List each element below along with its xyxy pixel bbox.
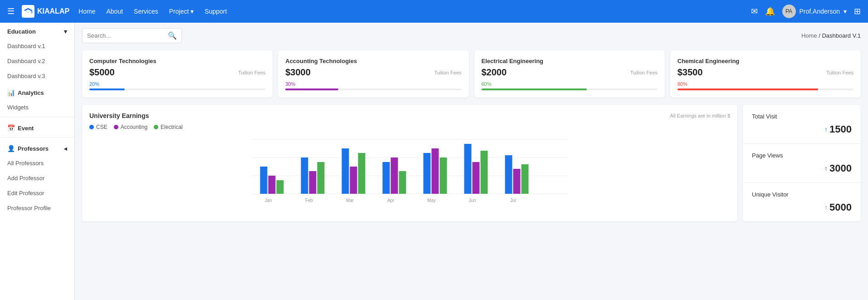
svg-rect-15 <box>399 171 406 194</box>
svg-rect-20 <box>473 162 480 194</box>
card-value-3: $3500 <box>678 67 703 78</box>
grid-button[interactable]: ⊞ <box>854 6 861 16</box>
event-icon: 📅 <box>7 124 15 132</box>
card-value-1: $3000 <box>285 67 311 78</box>
sidebar-analytics-header[interactable]: 📊 Analytics <box>0 84 74 100</box>
card-pct-3: 80% <box>678 81 853 87</box>
breadcrumb-separator: / <box>817 32 822 39</box>
sidebar-professors-header[interactable]: 👤 Professors ◂ <box>0 139 74 156</box>
user-name: Prof.Anderson <box>800 8 840 15</box>
analytics-label: Analytics <box>18 89 67 96</box>
svg-rect-12 <box>358 153 366 194</box>
nav-about[interactable]: About <box>106 8 123 15</box>
card-title-2: Electrical Engineering <box>482 58 658 64</box>
sidebar-event-header[interactable]: 📅 Event <box>0 119 74 135</box>
card-value-0: $5000 <box>89 67 115 78</box>
sidebar-item-dashboard-v1[interactable]: Dashboard v.1 <box>0 39 74 54</box>
card-pct-0: 20% <box>89 81 265 87</box>
sidebar-item-widgets[interactable]: Widgets <box>0 100 74 115</box>
nav-project[interactable]: Project ▾ <box>169 8 194 15</box>
nav-services[interactable]: Services <box>134 8 158 15</box>
card-label-3: Tuition Fees <box>826 70 853 75</box>
svg-rect-18 <box>440 157 447 194</box>
total-visit-value: ↑ 1500 <box>752 123 852 135</box>
main-content: 🔍 Home / Dashboard V.1 Computer Technolo… <box>75 23 868 300</box>
sidebar-education-header[interactable]: Education ▾ <box>0 23 74 39</box>
analytics-icon: 📊 <box>7 89 15 96</box>
sidebar-item-add-professor[interactable]: Add Professor <box>0 171 74 186</box>
stat-page-views: Page Views ↑ 3000 <box>743 144 861 183</box>
nav-support[interactable]: Support <box>205 8 227 15</box>
stat-unique-visitor: Unique Visitor ↑ 5000 <box>743 183 861 221</box>
svg-rect-23 <box>513 169 521 194</box>
hamburger-button[interactable]: ☰ <box>7 6 15 16</box>
legend-cse-label: CSE <box>96 124 107 130</box>
logo-icon <box>22 5 34 18</box>
nav-home[interactable]: Home <box>78 8 95 15</box>
legend-dot-electrical <box>154 125 158 129</box>
earnings-legend: CSE Accounting Electrical <box>89 124 730 130</box>
card-progress-bg-3 <box>678 89 853 90</box>
total-visit-label: Total Visit <box>752 113 852 120</box>
svg-rect-13 <box>383 162 390 194</box>
card-title-3: Chemical Engineering <box>678 58 853 64</box>
card-label-0: Tuition Fees <box>238 70 265 75</box>
bottom-section: University Earnings All Earnings are in … <box>82 105 861 221</box>
svg-rect-11 <box>350 167 357 194</box>
legend-accounting-label: Accounting <box>121 124 147 130</box>
right-stats: Total Visit ↑ 1500 Page Views ↑ 3000 Uni… <box>743 105 861 221</box>
add-professor-label: Add Professor <box>7 175 44 182</box>
main-layout: Education ▾ Dashboard v.1 Dashboard v.2 … <box>0 23 868 300</box>
education-arrow: ▾ <box>64 28 67 35</box>
chart-area: Jan Feb Mar Apr May Jun Jul <box>89 130 730 203</box>
card-title-0: Computer Technologies <box>89 58 265 64</box>
bell-button[interactable]: 🔔 <box>765 6 775 16</box>
stat-total-visit: Total Visit ↑ 1500 <box>743 105 861 144</box>
education-label: Education <box>7 28 36 35</box>
sidebar-item-all-professors[interactable]: All Professors <box>0 156 74 171</box>
earnings-header: University Earnings All Earnings are in … <box>89 112 730 119</box>
topnav-right: ✉ 🔔 PA Prof.Anderson ▾ ⊞ <box>751 5 861 18</box>
user-menu[interactable]: PA Prof.Anderson ▾ <box>782 5 847 18</box>
edit-professor-label: Edit Professor <box>7 190 44 197</box>
sidebar: Education ▾ Dashboard v.1 Dashboard v.2 … <box>0 23 75 300</box>
sidebar-item-dashboard-v2[interactable]: Dashboard v.2 <box>0 54 74 69</box>
sidebar-item-dashboard-v3[interactable]: Dashboard v.3 <box>0 69 74 84</box>
search-icon[interactable]: 🔍 <box>168 31 177 40</box>
stat-card-2: Electrical Engineering $2000 Tuition Fee… <box>474 50 665 98</box>
content-topbar: 🔍 Home / Dashboard V.1 <box>82 28 861 43</box>
breadcrumb-home[interactable]: Home <box>801 32 817 39</box>
svg-text:Jan: Jan <box>264 198 272 203</box>
card-label-1: Tuition Fees <box>434 70 461 75</box>
card-value-2: $2000 <box>482 67 507 78</box>
avatar: PA <box>782 5 796 18</box>
dashboard-v2-label: Dashboard v.2 <box>7 58 45 64</box>
svg-text:Mar: Mar <box>346 198 354 203</box>
svg-rect-10 <box>342 148 349 194</box>
svg-text:Jul: Jul <box>510 198 516 203</box>
search-box[interactable]: 🔍 <box>82 28 182 43</box>
svg-rect-9 <box>317 162 325 194</box>
topnav: ☰ KIAALAP Home About Services Project ▾ … <box>0 0 868 23</box>
svg-text:May: May <box>427 198 436 203</box>
professor-profile-label: Professor Profile <box>7 205 51 211</box>
svg-text:Jun: Jun <box>468 198 476 203</box>
card-progress-fill-3 <box>678 89 819 90</box>
card-pct-1: 30% <box>285 81 461 87</box>
sidebar-item-professor-profile[interactable]: Professor Profile <box>0 201 74 216</box>
brand: KIAALAP <box>22 5 69 18</box>
legend-dot-accounting <box>114 125 118 129</box>
breadcrumb: Home / Dashboard V.1 <box>801 32 861 39</box>
unique-visitor-label: Unique Visitor <box>752 191 852 198</box>
card-progress-bg-2 <box>482 89 658 90</box>
user-arrow: ▾ <box>844 8 847 15</box>
svg-rect-16 <box>424 153 431 194</box>
card-pct-2: 60% <box>482 81 658 87</box>
sidebar-item-edit-professor[interactable]: Edit Professor <box>0 186 74 201</box>
card-progress-bg-1 <box>285 89 461 90</box>
page-views-label: Page Views <box>752 152 852 159</box>
professors-label: Professors <box>18 145 49 152</box>
mail-button[interactable]: ✉ <box>751 6 758 16</box>
search-input[interactable] <box>87 32 164 39</box>
card-progress-fill-2 <box>482 89 587 90</box>
